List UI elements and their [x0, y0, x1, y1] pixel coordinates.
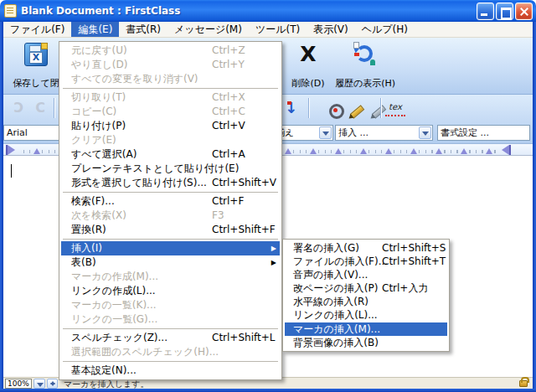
menu-item-label: コピー(C) — [71, 106, 116, 117]
zoom-spinner[interactable] — [47, 379, 58, 389]
history-icon — [353, 42, 378, 67]
left-indent-marker[interactable] — [8, 145, 15, 155]
menu-item-copy[interactable]: コピー(C)Ctrl+C — [61, 105, 280, 119]
ruler-tab-marker[interactable] — [461, 148, 467, 154]
ruler-tab-marker[interactable] — [335, 148, 342, 154]
ruler-tab-marker[interactable] — [436, 148, 442, 154]
undo-icon[interactable]: C — [8, 98, 28, 118]
menu-item-label: 背景画像の挿入(B) — [293, 337, 379, 348]
menubar: ファイル(F) 編集(E) 書式(R) メッセージ(M) ツール(T) 表示(V… — [3, 22, 533, 38]
menu-item-shortcut: Ctrl+Shift+S — [382, 241, 446, 255]
menu-item-label: 署名の挿入(G) — [293, 242, 359, 254]
menu-item-revert-all[interactable]: すべての変更を取り消す(V) — [61, 72, 280, 86]
menu-item-insert[interactable]: 挿入(I)▶ — [61, 241, 280, 255]
menu-item-cut[interactable]: 切り取り(T)Ctrl+X — [61, 90, 280, 105]
menu-item-redo[interactable]: やり直し(D)Ctrl+Y — [61, 58, 280, 72]
menu-item-find-next[interactable]: 次を検索(X)F3 — [61, 209, 280, 223]
menu-message[interactable]: メッセージ(M) — [168, 22, 249, 37]
redo-icon[interactable]: C — [30, 98, 50, 118]
menu-item-label: リンクの挿入(L)... — [293, 309, 378, 321]
menu-item-create-marker[interactable]: マーカの作成(M)... — [61, 270, 280, 284]
insert-download-icon[interactable]: ↓ — [285, 99, 297, 116]
chevron-down-icon[interactable] — [419, 126, 431, 139]
submenu-item-insert-page-break[interactable]: 改ページの挿入(P)Ctrl+入力 — [285, 281, 447, 295]
menu-item-label: リンクの作成(L)... — [71, 285, 156, 297]
delete-button[interactable]: X 削除(D) — [285, 39, 332, 92]
submenu-item-insert-link[interactable]: リンクの挿入(L)... — [285, 308, 447, 322]
menu-help[interactable]: ヘルプ(H) — [355, 22, 415, 37]
menu-item-shortcut: F3 — [212, 209, 224, 223]
submenu-item-insert-marker[interactable]: マーカの挿入(M)... — [285, 322, 447, 336]
ruler-tab-marker[interactable] — [385, 148, 392, 154]
menu-item-find[interactable]: 検索(F)...Ctrl+F — [61, 194, 280, 209]
ruler-tab-marker[interactable] — [360, 148, 367, 154]
menu-item-create-link[interactable]: リンクの作成(L)... — [61, 284, 280, 298]
history-flag — [354, 53, 359, 56]
menu-item-label: リンクの一覧(G)... — [71, 313, 157, 325]
delete-icon: X — [296, 42, 321, 67]
save-close-label: 保存して閉 — [8, 77, 64, 90]
menu-item-label: 置換(R) — [71, 224, 106, 235]
menu-item-label: 元に戻す(U) — [71, 44, 127, 56]
menu-item-shortcut: Ctrl+X — [212, 90, 245, 105]
insert-value: 挿入 ... — [338, 127, 368, 138]
menu-item-spell-check-selection[interactable]: 選択範囲のスペルチェック(H)... — [61, 345, 280, 359]
maximize-button[interactable] — [496, 3, 513, 20]
submenu-item-insert-signature[interactable]: 署名の挿入(G)Ctrl+Shift+S — [285, 241, 447, 255]
menu-item-paste[interactable]: 貼り付け(P)Ctrl+V — [61, 119, 280, 133]
edit-dropdown-menu: 元に戻す(U)Ctrl+Z やり直し(D)Ctrl+Y すべての変更を取り消す(… — [59, 41, 282, 380]
menu-item-spell-check[interactable]: スペルチェック(Z)...Ctrl+Shift+L — [61, 331, 280, 345]
ruler-tab-marker[interactable] — [285, 148, 291, 154]
submenu-item-insert-voice[interactable]: 音声の挿入(V)... — [285, 268, 447, 281]
right-indent-marker[interactable] — [502, 145, 509, 155]
zoom-input[interactable]: 100% — [5, 379, 32, 389]
submenu-item-insert-horizontal-line[interactable]: 水平線の挿入(R) — [285, 295, 447, 308]
format-settings-combobox[interactable]: 書式設定 ... — [437, 125, 530, 141]
ruler-tab-marker[interactable] — [310, 148, 317, 154]
menu-item-table[interactable]: 表(B)▶ — [61, 255, 280, 270]
menu-item-preferences[interactable]: 基本設定(N)... — [61, 364, 280, 378]
menu-view[interactable]: 表示(V) — [307, 22, 355, 37]
minimize-button[interactable] — [477, 3, 494, 20]
ruler-tab-marker[interactable] — [34, 148, 40, 154]
menu-item-label: やり直し(D) — [71, 59, 127, 70]
ruler-tab-marker[interactable] — [486, 148, 492, 154]
insert-combobox[interactable]: 挿入 ... — [335, 125, 433, 141]
spell-check-icon[interactable]: tex — [385, 100, 405, 116]
titlebar[interactable]: Blank Document : FirstClass — [0, 0, 536, 22]
save-close-button[interactable]: X 保存して閉 — [8, 39, 64, 92]
save-close-icon: X — [24, 43, 48, 66]
chevron-down-icon[interactable] — [319, 126, 332, 139]
menu-item-label: すべての変更を取り消す(V) — [71, 73, 198, 85]
menu-item-select-all[interactable]: すべて選択(A)Ctrl+A — [61, 147, 280, 162]
close-button[interactable] — [515, 3, 533, 20]
menu-edit[interactable]: 編集(E) — [71, 22, 119, 37]
menu-item-replace[interactable]: 置換(R)Ctrl+Shift+F — [61, 223, 280, 237]
menu-item-paste-plain-text[interactable]: プレーンテキストとして貼り付け(E) — [61, 162, 280, 176]
zoom-dropdown-icon[interactable] — [34, 379, 45, 389]
toolbar-separator — [54, 98, 54, 118]
menu-item-link-list[interactable]: リンクの一覧(G)... — [61, 312, 280, 327]
submenu-item-insert-file[interactable]: ファイルの挿入(F)...Ctrl+Shift+T — [285, 255, 447, 268]
toolbar-separator — [308, 98, 309, 118]
menu-item-clear[interactable]: クリア(E) — [61, 133, 280, 147]
menu-item-label: 貼り付け(P) — [71, 120, 126, 132]
menu-item-shortcut: Ctrl+A — [212, 147, 245, 162]
submenu-item-insert-background-image[interactable]: 背景画像の挿入(B) — [285, 336, 447, 349]
menu-tools[interactable]: ツール(T) — [249, 22, 307, 37]
menu-file[interactable]: ファイル(F) — [3, 22, 71, 37]
submenu-arrow-icon: ▶ — [271, 241, 276, 255]
menu-item-marker-list[interactable]: マーカの一覧(K)... — [61, 298, 280, 312]
show-history-button[interactable]: 履歴の表示(H) — [332, 39, 399, 92]
menu-item-label: マーカの挿入(M)... — [293, 323, 380, 335]
menu-item-shortcut: Ctrl+Shift+L — [212, 331, 275, 345]
submenu-arrow-icon: ▶ — [271, 255, 276, 270]
ruler-tab-marker[interactable] — [410, 148, 417, 154]
menu-item-undo[interactable]: 元に戻す(U)Ctrl+Z — [61, 44, 280, 58]
window-title: Blank Document : FirstClass — [21, 5, 180, 17]
menu-item-paste-special[interactable]: 形式を選択して貼り付け(S)...Ctrl+Shift+V — [61, 176, 280, 190]
menu-item-shortcut: Ctrl+F — [212, 194, 244, 209]
menu-item-label: 基本設定(N)... — [71, 364, 137, 376]
menu-item-shortcut: Ctrl+Z — [212, 44, 245, 58]
menu-format[interactable]: 書式(R) — [119, 22, 168, 37]
